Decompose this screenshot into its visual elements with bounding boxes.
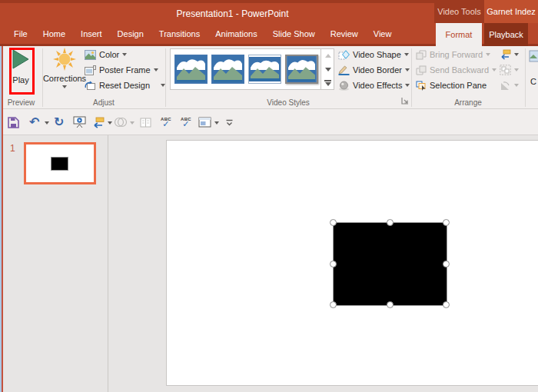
- tab-file[interactable]: File: [6, 23, 35, 44]
- tab-slide-show[interactable]: Slide Show: [265, 23, 323, 44]
- dropdown-arrow-icon: [486, 53, 490, 56]
- normal-view-button[interactable]: [198, 115, 211, 130]
- video-effects-label: Video Effects: [353, 81, 402, 90]
- video-border-button[interactable]: Video Border: [338, 63, 410, 77]
- dropdown-arrow-icon: [405, 68, 410, 71]
- reset-design-label: Reset Design: [99, 81, 150, 90]
- gallery-scroll-down-button[interactable]: [321, 62, 334, 76]
- bring-forward-label: Bring Forward: [430, 50, 483, 59]
- send-backward-icon: [416, 65, 427, 75]
- dropdown-arrow-icon: [514, 84, 519, 87]
- dropdown-arrow-icon: [122, 53, 127, 56]
- crop-label-partial: C: [530, 77, 536, 86]
- tab-playback[interactable]: Playback: [484, 23, 528, 46]
- dropdown-arrow-icon: [404, 53, 409, 56]
- color-label: Color: [99, 50, 119, 59]
- video-object-selected[interactable]: [334, 223, 447, 305]
- send-backward-button[interactable]: Send Backward: [416, 63, 496, 77]
- tab-view[interactable]: View: [366, 23, 400, 44]
- video-shape-icon: [338, 50, 350, 60]
- slide-number: 1: [10, 143, 15, 154]
- tab-insert[interactable]: Insert: [73, 23, 110, 44]
- tab-format-selected[interactable]: Format: [436, 23, 482, 46]
- workspace: 1: [0, 135, 538, 392]
- scroll-down-icon: [325, 68, 331, 71]
- save-icon: [8, 117, 19, 128]
- undo-dropdown-arrow-icon[interactable]: [45, 121, 49, 125]
- qat-flag-arrow-button[interactable]: [92, 115, 105, 130]
- dropdown-arrow-icon: [492, 68, 496, 71]
- video-style-thumbnail-icon: [175, 55, 207, 83]
- video-style-option-3[interactable]: [248, 55, 281, 84]
- merge-shapes-icon: [114, 117, 128, 128]
- account-name[interactable]: Garnet Indez: [484, 0, 538, 23]
- undo-button[interactable]: ↶: [29, 115, 39, 130]
- redo-button[interactable]: ↻: [54, 115, 64, 130]
- resize-handle-middle-left[interactable]: [330, 261, 337, 267]
- resize-handle-top-right[interactable]: [443, 219, 450, 226]
- tab-home[interactable]: Home: [35, 23, 73, 44]
- dropdown-arrow-icon: [161, 84, 165, 87]
- window-title: Presentation1 - PowerPoint: [15, 8, 450, 19]
- gallery-scroll-up-button[interactable]: [321, 48, 334, 62]
- tab-transitions[interactable]: Transitions: [151, 23, 208, 44]
- spelling-icon: ABC ✓: [161, 117, 171, 128]
- resize-handle-bottom-left[interactable]: [330, 301, 337, 308]
- start-from-beginning-button[interactable]: [73, 115, 86, 130]
- gallery-more-button[interactable]: [321, 76, 334, 90]
- align-button[interactable]: [500, 48, 519, 61]
- view-dropdown-arrow-icon[interactable]: [214, 121, 219, 125]
- preview-group-label: Preview: [0, 98, 42, 107]
- powerpoint-window: Presentation1 - PowerPoint Video Tools G…: [0, 0, 538, 392]
- bring-forward-button[interactable]: Bring Forward: [416, 48, 490, 61]
- resize-handle-middle-right[interactable]: [443, 261, 450, 267]
- selection-pane-icon: [416, 81, 427, 91]
- group-objects-icon: [500, 65, 511, 75]
- video-style-option-1[interactable]: [174, 55, 208, 84]
- spelling-button[interactable]: ABC ✓: [161, 115, 171, 130]
- resize-handle-top-center[interactable]: [387, 219, 394, 226]
- slide-canvas[interactable]: [166, 140, 538, 386]
- group-divider: [525, 48, 526, 107]
- ribbon-tab-bar: File Home Insert Design Transitions Anim…: [0, 23, 538, 46]
- dropdown-arrow-icon: [514, 68, 519, 71]
- reset-design-icon: [85, 81, 96, 91]
- resize-handle-bottom-right[interactable]: [443, 301, 450, 308]
- slide-thumbnail-selected[interactable]: [24, 142, 96, 184]
- arrange-group-label: Arrange: [411, 98, 525, 107]
- poster-frame-label: Poster Frame: [99, 65, 151, 75]
- customize-qat-button[interactable]: [225, 115, 234, 130]
- tab-animations[interactable]: Animations: [208, 23, 264, 44]
- rotate-objects-button[interactable]: [500, 78, 519, 92]
- crop-button-partial[interactable]: [529, 49, 538, 72]
- resize-handle-bottom-center[interactable]: [387, 301, 394, 308]
- video-style-option-2[interactable]: [211, 55, 244, 84]
- poster-frame-button[interactable]: Poster Frame: [85, 63, 158, 77]
- video-styles-gallery: [170, 48, 334, 90]
- video-style-thumbnail-icon: [212, 55, 244, 83]
- adjust-group-label: Adjust: [42, 98, 165, 107]
- grid-book-button-disabled[interactable]: [140, 115, 151, 130]
- merge-shapes-button-disabled[interactable]: [114, 115, 128, 130]
- resize-handle-top-left[interactable]: [330, 219, 337, 226]
- video-effects-icon: [338, 81, 350, 91]
- video-shape-button[interactable]: Video Shape: [338, 48, 409, 61]
- corrections-button[interactable]: Corrections: [46, 48, 83, 88]
- video-style-option-4[interactable]: [285, 55, 318, 84]
- quick-access-toolbar: ↶ ↻: [0, 109, 538, 135]
- group-objects-button[interactable]: [500, 63, 519, 77]
- slides-panel-divider[interactable]: [108, 135, 108, 392]
- contextual-tab-group-label: Video Tools: [434, 0, 484, 23]
- window-layout-icon: [198, 117, 211, 128]
- color-button[interactable]: Color: [85, 48, 127, 61]
- crop-icon: [529, 49, 538, 69]
- tab-design[interactable]: Design: [110, 23, 151, 44]
- flag-dropdown-arrow-icon[interactable]: [108, 121, 112, 125]
- tab-review[interactable]: Review: [323, 23, 366, 44]
- send-backward-label: Send Backward: [430, 65, 489, 75]
- selection-pane-button[interactable]: Selection Pane: [416, 78, 487, 92]
- spelling-button-2[interactable]: ABC ✓: [181, 115, 191, 130]
- save-button[interactable]: [8, 115, 19, 130]
- video-effects-button[interactable]: Video Effects: [338, 78, 410, 92]
- reset-design-button[interactable]: Reset Design: [85, 78, 165, 92]
